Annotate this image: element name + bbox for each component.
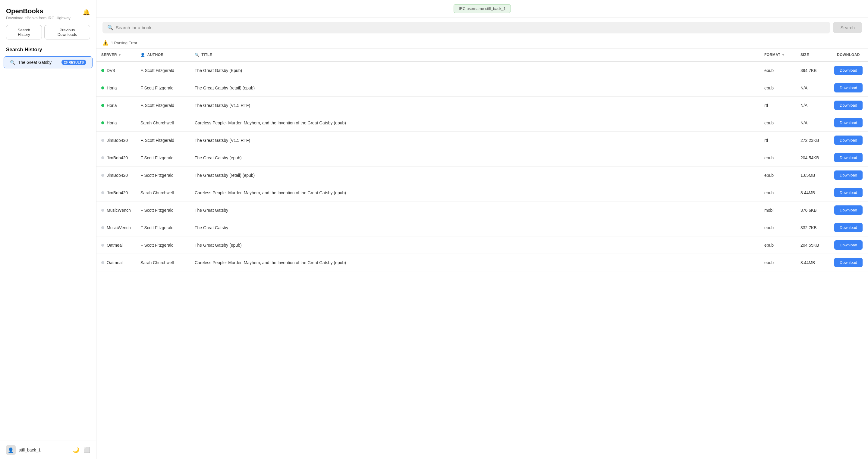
cell-title: The Great Gatsby (V1.5 RTF): [190, 132, 760, 149]
col-header-download: DOWNLOAD: [829, 48, 868, 61]
status-dot: [101, 244, 104, 247]
layout-icon[interactable]: ⬜: [84, 447, 90, 453]
main-content: IRC username still_back_1 🔍 Search ⚠️ 1 …: [96, 0, 868, 459]
cell-download: Download: [829, 219, 868, 236]
col-header-format[interactable]: FORMAT ▼: [760, 48, 796, 61]
table-row: JimBob420 F. Scott FitzgeraldThe Great G…: [96, 132, 868, 149]
username-label: still_back_1: [19, 448, 41, 452]
cell-size: N/A: [796, 79, 829, 97]
table-row: DV8 F. Scott FitzgeraldThe Great Gatsby …: [96, 61, 868, 79]
cell-download: Download: [829, 61, 868, 79]
cell-title: Careless People- Murder, Mayhem, and the…: [190, 184, 760, 201]
server-name: Horla: [107, 121, 117, 125]
cell-download: Download: [829, 97, 868, 114]
results-table: SERVER ▼ 👤 AUTHOR 🔍 TITLE: [96, 48, 868, 271]
cell-title: The Great Gatsby (Epub): [190, 61, 760, 79]
cell-format: rtf: [760, 97, 796, 114]
search-query-text: The Great Gatsby: [18, 60, 61, 65]
cell-size: 376.6KB: [796, 201, 829, 219]
table-row: JimBob420 F Scott FitzgeraldThe Great Ga…: [96, 167, 868, 184]
server-name: MusicWench: [107, 225, 131, 230]
status-dot: [101, 226, 104, 229]
download-button[interactable]: Download: [834, 118, 863, 127]
table-row: Horla F Scott FitzgeraldThe Great Gatsby…: [96, 79, 868, 97]
download-button[interactable]: Download: [834, 153, 863, 162]
cell-download: Download: [829, 79, 868, 97]
download-button[interactable]: Download: [834, 205, 863, 215]
cell-server: JimBob420: [96, 167, 135, 184]
cell-size: N/A: [796, 97, 829, 114]
col-header-size: SIZE: [796, 48, 829, 61]
cell-format: epub: [760, 219, 796, 236]
search-history-button[interactable]: Search History: [6, 25, 42, 39]
status-dot: [101, 191, 104, 194]
table-row: Horla F. Scott FitzgeraldThe Great Gatsb…: [96, 97, 868, 114]
cell-server: Horla: [96, 114, 135, 132]
app-branding: OpenBooks Download eBooks from IRC Highw…: [6, 7, 70, 20]
app-subtitle: Download eBooks from IRC Highway: [6, 16, 70, 20]
cell-title: The Great Gatsby (retail) (epub): [190, 167, 760, 184]
download-button[interactable]: Download: [834, 83, 863, 93]
cell-size: 8.44MB: [796, 254, 829, 271]
search-button[interactable]: Search: [833, 22, 862, 33]
cell-format: epub: [760, 114, 796, 132]
cell-author: F. Scott Fitzgerald: [135, 61, 190, 79]
sidebar: OpenBooks Download eBooks from IRC Highw…: [0, 0, 96, 459]
status-dot: [101, 174, 104, 177]
cell-size: 394.7KB: [796, 61, 829, 79]
download-button[interactable]: Download: [834, 135, 863, 145]
table-row: Horla Sarah ChurchwellCareless People- M…: [96, 114, 868, 132]
cell-size: 204.55KB: [796, 236, 829, 254]
irc-notice-bar: IRC username still_back_1: [96, 0, 868, 18]
search-icon: 🔍: [10, 60, 15, 65]
status-dot: [101, 69, 104, 72]
server-name: DV8: [107, 68, 115, 73]
table-row: JimBob420 Sarah ChurchwellCareless Peopl…: [96, 184, 868, 201]
server-name: Horla: [107, 103, 117, 108]
cell-author: Sarah Churchwell: [135, 184, 190, 201]
status-dot: [101, 121, 104, 124]
theme-toggle-icon[interactable]: 🌙: [73, 447, 79, 453]
status-dot: [101, 87, 104, 90]
user-info: 👤 still_back_1: [6, 445, 41, 455]
download-button[interactable]: Download: [834, 66, 863, 75]
cell-server: Horla: [96, 79, 135, 97]
bell-icon[interactable]: 🔔: [83, 8, 90, 16]
title-search-icon: 🔍: [195, 53, 199, 57]
cell-download: Download: [829, 236, 868, 254]
download-button[interactable]: Download: [834, 188, 863, 197]
cell-format: epub: [760, 61, 796, 79]
cell-author: F Scott Fitzgerald: [135, 79, 190, 97]
col-header-server[interactable]: SERVER ▼: [96, 48, 135, 61]
previous-downloads-button[interactable]: Previous Downloads: [44, 25, 90, 39]
download-button[interactable]: Download: [834, 170, 863, 180]
cell-download: Download: [829, 201, 868, 219]
cell-format: epub: [760, 149, 796, 167]
cell-author: F. Scott Fitzgerald: [135, 132, 190, 149]
cell-title: The Great Gatsby (epub): [190, 149, 760, 167]
bottom-icons: 🌙 ⬜: [73, 447, 90, 453]
cell-format: epub: [760, 79, 796, 97]
download-button[interactable]: Download: [834, 101, 863, 110]
cell-server: Horla: [96, 97, 135, 114]
search-input[interactable]: [116, 25, 825, 30]
cell-size: 204.54KB: [796, 149, 829, 167]
status-dot: [101, 261, 104, 264]
download-button[interactable]: Download: [834, 223, 863, 232]
cell-download: Download: [829, 184, 868, 201]
cell-server: DV8: [96, 61, 135, 79]
cell-size: 1.65MB: [796, 167, 829, 184]
warning-icon: ⚠️: [102, 40, 108, 46]
cell-title: The Great Gatsby (epub): [190, 236, 760, 254]
cell-author: F. Scott Fitzgerald: [135, 97, 190, 114]
search-input-wrapper: 🔍: [102, 22, 830, 33]
cell-server: JimBob420: [96, 132, 135, 149]
cell-title: The Great Gatsby: [190, 219, 760, 236]
download-button[interactable]: Download: [834, 258, 863, 267]
server-name: Horla: [107, 86, 117, 90]
status-dot: [101, 209, 104, 212]
search-history-item[interactable]: 🔍 The Great Gatsby 26 RESULTS: [4, 56, 93, 68]
cell-format: epub: [760, 184, 796, 201]
download-button[interactable]: Download: [834, 240, 863, 250]
irc-notice-text: IRC username still_back_1: [454, 4, 510, 13]
